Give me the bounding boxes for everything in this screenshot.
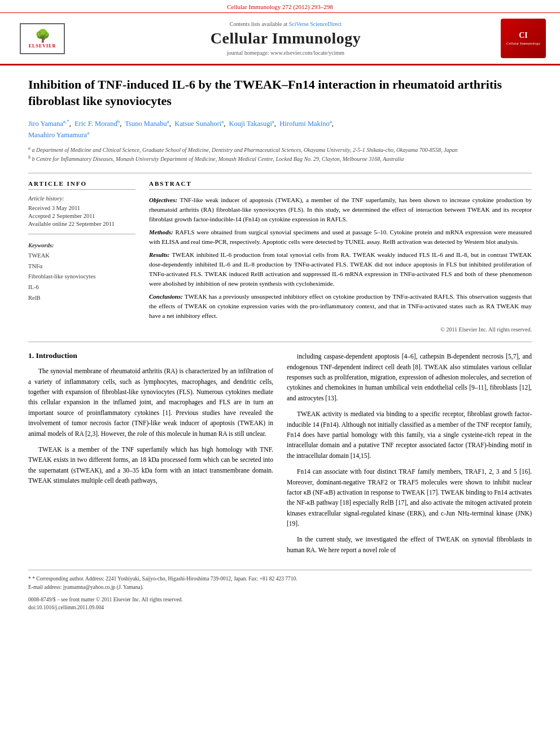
- footnote-email-value: jyamamna@yahoo.co.jp (J. Yamana).: [63, 584, 144, 590]
- keyword-fls: Fibroblast-like synoviocytes: [28, 272, 135, 282]
- results-text: TWEAK inhibited IL-6 production from tot…: [149, 251, 532, 287]
- article-content: Inhibition of TNF-induced IL-6 by the TW…: [0, 65, 560, 623]
- objectives-text: TNF-like weak inducer of apoptosis (TWEA…: [149, 196, 532, 222]
- info-abstract-columns: ARTICLE INFO Article history: Received 3…: [28, 180, 532, 333]
- ci-logo-subtitle: Cellular Immunology: [506, 41, 540, 46]
- elsevier-text: ELSEVIER: [29, 43, 56, 49]
- keyword-il6: IL-6: [28, 282, 135, 293]
- footnote-doi: doi:10.1016/j.cellimm.2011.09.004: [28, 604, 532, 611]
- footnote-star: *: [28, 576, 31, 582]
- journal-homepage: journal homepage: www.elsevier.com/locat…: [73, 50, 498, 56]
- elsevier-tree-icon: 🌳: [35, 29, 50, 43]
- keywords-section: Keywords: TWEAK TNFα Fibroblast-like syn…: [28, 242, 135, 304]
- intro-right-paragraph-1: including caspase-dependent apoptosis [4…: [287, 351, 532, 403]
- ci-logo-text: CI: [519, 31, 528, 40]
- keywords-header: Keywords:: [28, 242, 135, 248]
- methods-label: Methods:: [149, 229, 176, 235]
- abstract-header: ABSTRACT: [149, 180, 532, 190]
- history-label: Article history:: [28, 195, 135, 202]
- journal-citation-bar: Cellular Immunology 272 (2012) 293–298: [0, 0, 560, 13]
- abstract-conclusions: Conclusions: TWEAK has a previously unsu…: [149, 292, 532, 321]
- footnote-corresponding: * * Corresponding author. Address: 2241 …: [28, 575, 532, 583]
- article-info-header: ARTICLE INFO: [28, 180, 135, 190]
- section-title-text: Introduction: [36, 351, 77, 360]
- footnote-email: E-mail address: jyamamna@yahoo.co.jp (J.…: [28, 583, 532, 591]
- intro-right-paragraph-4: In the current study, we investigated th…: [287, 534, 532, 555]
- intro-right-body-text: including caspase-dependent apoptosis [4…: [287, 351, 532, 555]
- author-manabu: Tsuno Manabu: [125, 120, 167, 128]
- divider-1: [28, 173, 532, 173]
- section-number: 1.: [28, 351, 34, 360]
- author-morand: Eric F. Morand: [75, 120, 117, 128]
- body-divider: [28, 342, 532, 342]
- footnote-address: * Corresponding author. Address: 2241 Yo…: [32, 576, 298, 582]
- available-date: Available online 22 September 2011: [28, 221, 135, 227]
- affiliation-a: a a Department of Medicine and Clinical …: [28, 145, 532, 154]
- keywords-list: TWEAK TNFα Fibroblast-like synoviocytes …: [28, 251, 135, 304]
- doi-text: doi:10.1016/j.cellimm.2011.09.004: [28, 605, 104, 610]
- objectives-label: Objectives:: [149, 196, 180, 203]
- journal-logo-right-container: CI Cellular Immunology: [498, 19, 549, 58]
- conclusions-label: Conclusions:: [149, 293, 185, 300]
- article-title: Inhibition of TNF-induced IL-6 by the TW…: [28, 77, 532, 109]
- sciverse-link[interactable]: SciVerse ScienceDirect: [289, 21, 342, 27]
- footnote-email-label: E-mail address:: [28, 584, 63, 590]
- intro-right-column: including caspase-dependent apoptosis [4…: [287, 351, 532, 561]
- footnote-issn: 0008-8749/$ – see front matter © 2011 El…: [28, 596, 532, 604]
- journal-header: 🌳 ELSEVIER Contents lists available at S…: [0, 13, 560, 65]
- affiliation-b: b b Centre for Inflammatory Diseases, Mo…: [28, 154, 532, 163]
- intro-body-text: The synovial membrane of rheumatoid arth…: [28, 366, 273, 486]
- elsevier-logo: 🌳 ELSEVIER: [20, 23, 65, 54]
- copyright-line: © 2011 Elsevier Inc. All rights reserved…: [149, 326, 532, 333]
- author-makino: Hirofumi Makino: [279, 120, 330, 128]
- journal-homepage-label: journal homepage:: [227, 50, 269, 56]
- accepted-date: Accepted 2 September 2011: [28, 213, 135, 219]
- journal-title: Cellular Immunology: [73, 29, 498, 47]
- sciverse-line: Contents lists available at SciVerse Sci…: [73, 21, 498, 27]
- results-label: Results:: [149, 251, 172, 258]
- intro-paragraph-1: The synovial membrane of rheumatoid arth…: [28, 366, 273, 439]
- author-sunahori: Katsue Sunahori: [174, 120, 221, 128]
- received-date: Received 3 May 2011: [28, 205, 135, 211]
- conclusions-text: TWEAK has a previously unsuspected inhib…: [149, 293, 532, 319]
- abstract-results: Results: TWEAK inhibited IL-6 production…: [149, 250, 532, 289]
- journal-header-center: Contents lists available at SciVerse Sci…: [73, 21, 498, 56]
- author-yamamura: Masahiro Yamamura: [28, 131, 87, 139]
- abstract-column: ABSTRACT Objectives: TNF-like weak induc…: [149, 180, 532, 333]
- issn-text: 0008-8749/$ – see front matter © 2011 El…: [28, 597, 183, 602]
- author-takasugi: Kouji Takasugi: [229, 120, 272, 128]
- elsevier-logo-box: 🌳 ELSEVIER: [20, 23, 65, 54]
- journal-logo-right: CI Cellular Immunology: [501, 19, 546, 58]
- keywords-divider: [28, 234, 135, 234]
- methods-text: RAFLS were obtained from surgical synovi…: [149, 229, 532, 245]
- affiliations: a a Department of Medicine and Clinical …: [28, 145, 532, 164]
- abstract-text: Objectives: TNF-like weak inducer of apo…: [149, 195, 532, 321]
- intro-right-paragraph-3: Fn14 can associate with four distinct TR…: [287, 466, 532, 528]
- author-yamana: Jiro Yamana: [28, 120, 63, 128]
- footnote-section: * * Corresponding author. Address: 2241 …: [28, 570, 532, 611]
- sciverse-text: Contents lists available at: [230, 21, 287, 27]
- journal-citation: Cellular Immunology 272 (2012) 293–298: [227, 3, 333, 10]
- keyword-relb: RelB: [28, 293, 135, 304]
- keyword-tnfa: TNFα: [28, 261, 135, 272]
- abstract-methods: Methods: RAFLS were obtained from surgic…: [149, 228, 532, 247]
- keyword-tweak: TWEAK: [28, 251, 135, 261]
- journal-homepage-url: www.elsevier.com/locate/ycimm: [270, 50, 344, 56]
- elsevier-logo-container: 🌳 ELSEVIER: [11, 23, 73, 54]
- introduction-columns: 1. Introduction The synovial membrane of…: [28, 351, 532, 561]
- article-info-column: ARTICLE INFO Article history: Received 3…: [28, 180, 135, 333]
- intro-right-paragraph-2: TWEAK activity is mediated via binding t…: [287, 409, 532, 461]
- intro-paragraph-2: TWEAK is a member of the TNF superfamily…: [28, 444, 273, 486]
- authors-line: Jiro Yamanaa,*, Eric F. Morandb, Tsuno M…: [28, 118, 532, 141]
- abstract-objectives: Objectives: TNF-like weak inducer of apo…: [149, 195, 532, 224]
- intro-left-column: 1. Introduction The synovial membrane of…: [28, 351, 273, 561]
- intro-section-title: 1. Introduction: [28, 351, 273, 360]
